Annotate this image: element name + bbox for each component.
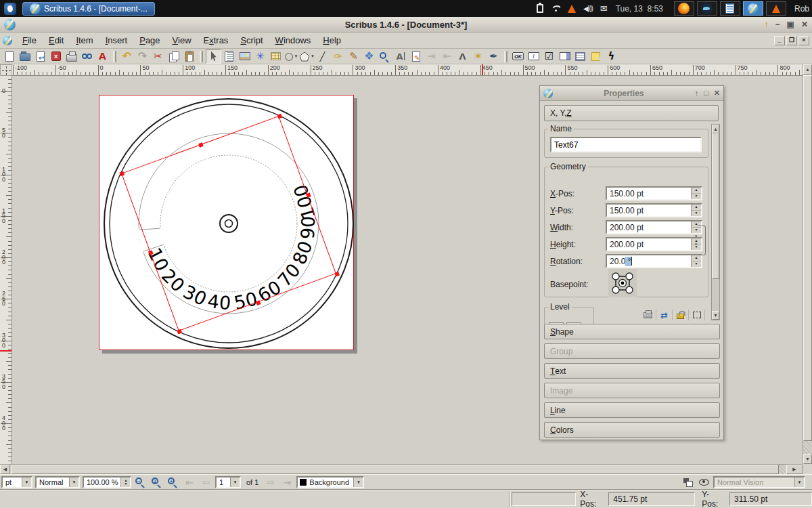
- insert-bezier-curve-button[interactable]: ✑: [330, 49, 346, 64]
- palette-maximize-button[interactable]: □: [704, 89, 708, 98]
- spinner-icon[interactable]: ▲▼: [691, 205, 701, 216]
- printing-enabled-icon[interactable]: [640, 310, 656, 320]
- link-width-height-icon[interactable]: ⚬⚬: [698, 226, 706, 255]
- launcher-firefox[interactable]: [674, 1, 694, 16]
- layer-select[interactable]: Background▼: [296, 476, 364, 488]
- launcher-web-browser[interactable]: [697, 1, 717, 16]
- palette-scroll-up-icon[interactable]: ▲: [712, 125, 719, 133]
- pdf-link-annotation-button[interactable]: ϟ: [604, 49, 619, 64]
- scroll-down-button[interactable]: ▼: [803, 454, 812, 464]
- selection-handle[interactable]: [120, 171, 125, 177]
- page-number-select[interactable]: 1▼: [215, 476, 241, 488]
- tab-shape[interactable]: Shape: [544, 324, 720, 339]
- horizontal-scroll-thumb[interactable]: [11, 465, 779, 474]
- ruler-origin[interactable]: [0, 64, 12, 76]
- previous-page-button[interactable]: ⇦: [199, 477, 212, 488]
- vertical-scrollbar[interactable]: ▲ ▼: [803, 64, 812, 464]
- next-page-button[interactable]: ⇨: [264, 477, 277, 488]
- copy-item-properties-button[interactable]: ✶: [470, 49, 486, 64]
- layer-indicator-icon[interactable]: [681, 476, 694, 488]
- insert-polygon-button[interactable]: ▼: [299, 49, 315, 64]
- mdi-minimize-button[interactable]: _: [774, 36, 785, 45]
- insert-text-frame-button[interactable]: [221, 49, 237, 64]
- app-menu-icon[interactable]: [4, 3, 16, 15]
- eye-dropper-button[interactable]: ✒: [486, 49, 501, 64]
- launcher-scribus[interactable]: [743, 1, 763, 16]
- pdf-list-box-button[interactable]: [572, 49, 588, 64]
- preview-eye-icon[interactable]: [697, 476, 710, 488]
- print-document-button[interactable]: [64, 49, 79, 64]
- zoom-in-button[interactable]: +: [166, 476, 180, 488]
- undo-button[interactable]: ↶: [119, 49, 135, 64]
- menu-file[interactable]: File: [16, 33, 43, 47]
- menu-extras[interactable]: Extras: [198, 33, 235, 47]
- menu-insert[interactable]: Insert: [99, 33, 134, 47]
- mdi-close-button[interactable]: ×: [798, 36, 809, 45]
- shade-button[interactable]: ↑: [765, 20, 769, 29]
- palette-shade-button[interactable]: ↑: [695, 89, 699, 98]
- spinner-icon[interactable]: ▲▼: [691, 188, 701, 199]
- menu-script[interactable]: Script: [234, 33, 269, 47]
- first-page-button[interactable]: ⇤: [183, 477, 196, 488]
- mdi-restore-button[interactable]: ❐: [786, 36, 797, 45]
- palette-scroll-thumb[interactable]: [712, 133, 719, 279]
- scroll-up-button[interactable]: ▲: [803, 64, 812, 75]
- minimize-button[interactable]: −: [775, 20, 780, 29]
- palette-scroll-down-icon[interactable]: ▼: [712, 311, 719, 320]
- document-page[interactable]: 102030405060708090100: [99, 95, 354, 350]
- redo-button[interactable]: ↷: [135, 49, 150, 64]
- insert-shape-button[interactable]: ○▼: [284, 49, 299, 64]
- launcher-vlc[interactable]: [766, 1, 786, 16]
- x-pos-input[interactable]: 150.00 pt▲▼: [606, 186, 702, 200]
- zoom-100-button[interactable]: 1: [150, 476, 164, 488]
- last-page-button[interactable]: ⇥: [280, 477, 294, 488]
- save-as-pdf-button[interactable]: A: [95, 49, 110, 64]
- zoom-tool-button[interactable]: [377, 49, 392, 64]
- spinner-icon[interactable]: ▲▼: [691, 255, 701, 267]
- edit-contents-button[interactable]: A: [392, 49, 408, 64]
- name-input[interactable]: [550, 137, 702, 152]
- menu-view[interactable]: View: [166, 33, 198, 47]
- pdf-checkbox-button[interactable]: ☑: [541, 49, 557, 64]
- lock-size-icon[interactable]: [689, 310, 705, 320]
- vertical-scroll-thumb[interactable]: [803, 75, 812, 441]
- lock-icon[interactable]: [673, 310, 689, 320]
- pdf-push-button-button[interactable]: OK: [510, 49, 526, 64]
- width-input[interactable]: 200.00 pt▲▼: [606, 220, 702, 234]
- menu-page[interactable]: Page: [133, 33, 166, 47]
- flip-horizontal-icon[interactable]: ⇄: [656, 310, 673, 320]
- wifi-tray-icon[interactable]: [551, 5, 560, 12]
- tab-colors[interactable]: Colors: [544, 422, 720, 438]
- volume-tray-icon[interactable]: ◀))): [583, 5, 593, 12]
- zoom-level-spinner[interactable]: 100.00 % ▲▼: [83, 476, 131, 488]
- task-button-scribus[interactable]: Scribus 1.4.6 - [Document-...: [22, 2, 155, 16]
- y-pos-input[interactable]: 150.00 pt▲▼: [606, 203, 702, 217]
- rotation-input[interactable]: 20.0 °▲▼: [606, 254, 702, 268]
- insert-line-button[interactable]: ╱: [315, 49, 330, 64]
- palette-titlebar[interactable]: Properties ↑ □ ✕: [540, 86, 723, 101]
- height-input[interactable]: 200.00 pt▲▼: [606, 237, 702, 251]
- copy-button[interactable]: [166, 49, 181, 64]
- insert-render-frame-button[interactable]: ✳: [252, 49, 268, 64]
- select-item-button[interactable]: [206, 49, 221, 64]
- insert-image-frame-button[interactable]: [237, 49, 252, 64]
- scroll-left-button[interactable]: ◀: [0, 465, 10, 474]
- menu-help[interactable]: Help: [317, 33, 347, 47]
- tab-xyz[interactable]: X, Y, Z: [544, 105, 719, 121]
- selection-handle[interactable]: [148, 250, 154, 255]
- quality-select[interactable]: Normal▼: [35, 476, 80, 488]
- tab-text[interactable]: Text: [544, 363, 720, 379]
- close-document-button[interactable]: ×: [48, 49, 64, 64]
- close-button[interactable]: ✕: [801, 20, 808, 29]
- preflight-verifier-button[interactable]: [79, 49, 95, 64]
- measurements-button[interactable]: Λ: [455, 49, 470, 64]
- new-document-button[interactable]: [1, 49, 17, 64]
- cut-button[interactable]: ✂: [150, 49, 166, 64]
- selection-handle[interactable]: [198, 142, 204, 148]
- save-document-button[interactable]: ↩: [32, 49, 48, 64]
- vision-simulation-select[interactable]: Normal Vision▼: [713, 476, 805, 488]
- horizontal-scrollbar[interactable]: ◀ ▶: [0, 464, 803, 474]
- pdf-text-field-button[interactable]: I: [526, 49, 541, 64]
- insert-freehand-line-button[interactable]: ✎: [346, 49, 361, 64]
- pdf-combo-box-button[interactable]: [557, 49, 572, 64]
